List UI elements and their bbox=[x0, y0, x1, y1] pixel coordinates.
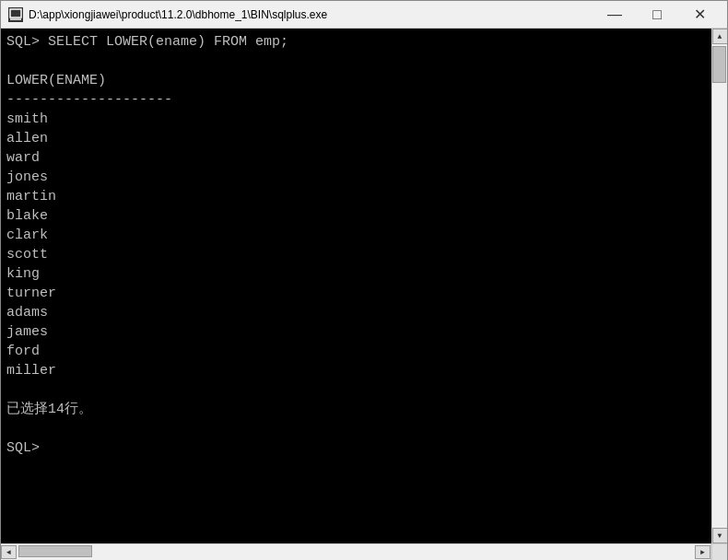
title-bar: D:\app\xiongjiawei\product\11.2.0\dbhome… bbox=[1, 1, 727, 29]
maximize-button[interactable]: □ bbox=[637, 2, 677, 28]
title-controls: — □ ✕ bbox=[594, 2, 720, 28]
scroll-down-button[interactable]: ▼ bbox=[712, 528, 728, 543]
bottom-bar: ◄ ► bbox=[1, 543, 727, 559]
horizontal-scrollbar[interactable]: ◄ ► bbox=[1, 544, 711, 560]
svg-rect-0 bbox=[10, 9, 21, 18]
scroll-thumb-horizontal[interactable] bbox=[18, 545, 92, 557]
window: D:\app\xiongjiawei\product\11.2.0\dbhome… bbox=[0, 0, 728, 560]
terminal-output[interactable]: SQL> SELECT LOWER(ename) FROM emp; LOWER… bbox=[1, 29, 711, 543]
minimize-button[interactable]: — bbox=[594, 2, 635, 28]
scroll-track-horizontal[interactable] bbox=[17, 544, 695, 560]
title-bar-left: D:\app\xiongjiawei\product\11.2.0\dbhome… bbox=[8, 7, 327, 22]
close-button[interactable]: ✕ bbox=[679, 2, 720, 28]
terminal-container: SQL> SELECT LOWER(ename) FROM emp; LOWER… bbox=[1, 29, 727, 543]
scroll-up-button[interactable]: ▲ bbox=[712, 29, 728, 44]
vertical-scrollbar[interactable]: ▲ ▼ bbox=[711, 29, 727, 543]
scrollbar-corner bbox=[711, 544, 727, 560]
app-icon bbox=[8, 7, 23, 22]
scroll-track-vertical[interactable] bbox=[712, 44, 727, 528]
terminal-content: SQL> SELECT LOWER(ename) FROM emp; LOWER… bbox=[6, 32, 706, 458]
window-title: D:\app\xiongjiawei\product\11.2.0\dbhome… bbox=[29, 8, 327, 21]
scroll-right-button[interactable]: ► bbox=[695, 545, 710, 559]
scroll-thumb-vertical[interactable] bbox=[712, 46, 726, 83]
scroll-left-button[interactable]: ◄ bbox=[1, 545, 17, 559]
